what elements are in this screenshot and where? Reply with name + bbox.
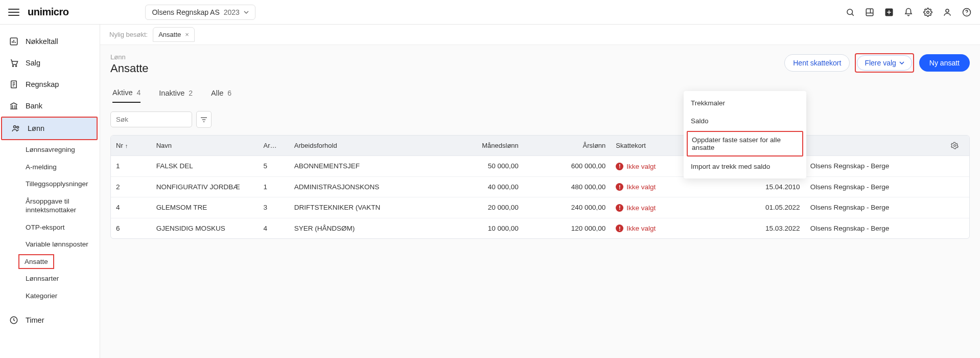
menu-saldo[interactable]: Saldo <box>684 112 806 130</box>
recent-bar: Nylig besøkt: Ansatte × <box>100 25 980 45</box>
svg-point-28 <box>17 126 19 128</box>
nav-regnskap[interactable]: Regnskap <box>0 74 100 95</box>
table-row[interactable]: 6GJENSIDIG MOSKUS4SYER (HÅNDSØM)10 000,0… <box>111 218 969 238</box>
tab-label: Inaktive <box>159 89 184 97</box>
cell-arbeidsforhold: DRIFTSTEKNIKER (VAKTN <box>289 197 437 218</box>
nav-timer[interactable]: Timer <box>0 309 100 331</box>
hent-skattekort-button[interactable]: Hent skattekort <box>784 54 850 72</box>
cell-firma: Olsens Regnskap - Berge <box>805 218 946 238</box>
nav-lonn[interactable]: Lønn <box>2 118 97 139</box>
svg-point-8 <box>927 11 929 13</box>
svg-point-0 <box>847 9 853 15</box>
top-right-icons <box>845 7 972 17</box>
sub-lonnsarter[interactable]: Lønnsarter <box>18 270 100 287</box>
tab-aktive[interactable]: Aktive 4 <box>112 88 141 103</box>
tab-inaktive[interactable]: Inaktive 2 <box>159 88 193 103</box>
close-icon[interactable]: × <box>185 31 189 38</box>
cell-navn: GLEMSOM TRE <box>151 197 259 218</box>
svg-point-17 <box>15 65 16 66</box>
tab-count: 6 <box>227 89 231 97</box>
cell-skattekort: !Ikke valgt <box>611 176 691 197</box>
tab-count: 2 <box>189 89 193 97</box>
cell-ar: 4 <box>259 218 289 238</box>
bell-icon[interactable] <box>903 7 914 17</box>
table-header-row: Nr↑ Navn Ar… Arbeidsforhold Månedslønn Å… <box>111 136 969 156</box>
sub-ansatte[interactable]: Ansatte <box>18 254 54 270</box>
dashboard-icon[interactable] <box>865 7 875 17</box>
svg-point-9 <box>946 9 949 12</box>
cell-dato: 01.05.2022 <box>691 197 805 218</box>
sub-lonnsavregning[interactable]: Lønnsavregning <box>18 141 100 159</box>
col-arslonn[interactable]: Årslønn <box>524 136 611 156</box>
col-settings[interactable] <box>946 136 969 156</box>
search-icon[interactable] <box>845 7 855 17</box>
chart-bar-icon <box>9 37 18 46</box>
cell-arslonn: 240 000,00 <box>524 197 611 218</box>
table-row[interactable]: 1FALSK DEL5ABONNEMENTSJEF50 000,00600 00… <box>111 156 969 177</box>
cell-nr: 6 <box>111 218 151 238</box>
nav-label: Timer <box>26 316 44 324</box>
cell-manedslonn: 50 000,00 <box>436 156 523 177</box>
col-ar[interactable]: Ar… <box>259 136 289 156</box>
filter-button[interactable] <box>196 111 212 128</box>
col-skattekort[interactable]: Skattekort <box>611 136 691 156</box>
help-icon[interactable] <box>962 7 972 17</box>
lonn-submenu: Lønnsavregning A-melding Tilleggsopplysn… <box>0 140 100 304</box>
col-nr[interactable]: Nr↑ <box>111 136 151 156</box>
sidebar: Nøkkeltall Salg Regnskap Bank Lønn Lønns… <box>0 25 100 358</box>
sub-arsoppgave[interactable]: Årsoppgave til inntektsmottaker <box>18 193 100 219</box>
search-input[interactable] <box>110 111 192 127</box>
col-manedslonn[interactable]: Månedslønn <box>436 136 523 156</box>
sub-otp[interactable]: OTP-eksport <box>18 219 100 236</box>
cart-icon <box>9 58 18 68</box>
cell-skattekort: !Ikke valgt <box>611 156 691 177</box>
gear-icon[interactable] <box>923 7 933 17</box>
sub-amelding[interactable]: A-melding <box>18 159 100 176</box>
tab-alle[interactable]: Alle 6 <box>211 88 231 103</box>
cell-skattekort: !Ikke valgt <box>611 197 691 218</box>
cell-manedslonn: 20 000,00 <box>436 197 523 218</box>
tab-label: Aktive <box>112 88 133 97</box>
flere-valg-button[interactable]: Flere valg <box>857 55 912 71</box>
gear-icon <box>951 142 964 149</box>
sub-kategorier[interactable]: Kategorier <box>18 287 100 305</box>
col-navn[interactable]: Navn <box>151 136 259 156</box>
cell-ar: 5 <box>259 156 289 177</box>
menu-toggle[interactable] <box>8 7 19 18</box>
svg-point-16 <box>12 65 13 66</box>
filter-icon <box>200 116 208 123</box>
sub-tilleggsopplysninger[interactable]: Tilleggsopplysninger <box>18 175 100 193</box>
sort-asc-icon: ↑ <box>125 143 128 149</box>
svg-rect-2 <box>866 9 873 16</box>
nav-label: Regnskap <box>26 80 59 88</box>
filter-tabs: Aktive 4 Inaktive 2 Alle 6 <box>110 88 970 103</box>
nav-salg[interactable]: Salg <box>0 52 100 74</box>
col-firma[interactable] <box>805 136 946 156</box>
col-arbeidsforhold[interactable]: Arbeidsforhold <box>289 136 437 156</box>
user-icon[interactable] <box>942 7 952 17</box>
nav-bank[interactable]: Bank <box>0 95 100 117</box>
flere-valg-menu: Trekkmaler Saldo Oppdater faste satser f… <box>684 91 806 178</box>
add-icon[interactable] <box>884 7 894 17</box>
ny-ansatt-button[interactable]: Ny ansatt <box>919 54 970 72</box>
menu-trekkmaler[interactable]: Trekkmaler <box>684 94 806 112</box>
bank-icon <box>9 101 18 110</box>
cell-firma: Olsens Regnskap - Berge <box>805 197 946 218</box>
menu-oppdater-satser[interactable]: Oppdater faste satser for alle ansatte <box>687 131 803 156</box>
main-area: Nylig besøkt: Ansatte × Lønn Ansatte Hen… <box>100 25 980 358</box>
table-row[interactable]: 2NONFIGURATIV JORDBÆ1ADMINISTRASJONSKONS… <box>111 176 969 197</box>
company-selector[interactable]: Olsens Regnskap AS 2023 <box>145 5 255 20</box>
topbar: unimicro Olsens Regnskap AS 2023 <box>0 0 980 25</box>
page-title: Ansatte <box>110 62 149 75</box>
nav-nokkeltall[interactable]: Nøkkeltall <box>0 31 100 52</box>
cell-arslonn: 600 000,00 <box>524 156 611 177</box>
menu-import-trekk[interactable]: Import av trekk med saldo <box>684 158 806 175</box>
recent-tab-ansatte[interactable]: Ansatte × <box>153 27 195 42</box>
sub-variable[interactable]: Variable lønnsposter <box>18 236 100 253</box>
cell-arbeidsforhold: SYER (HÅNDSØM) <box>289 218 437 238</box>
cell-ar: 3 <box>259 197 289 218</box>
cell-nr: 2 <box>111 176 151 197</box>
cell-arslonn: 480 000,00 <box>524 176 611 197</box>
cell-dato: 15.03.2022 <box>691 218 805 238</box>
table-row[interactable]: 4GLEMSOM TRE3DRIFTSTEKNIKER (VAKTN20 000… <box>111 197 969 218</box>
